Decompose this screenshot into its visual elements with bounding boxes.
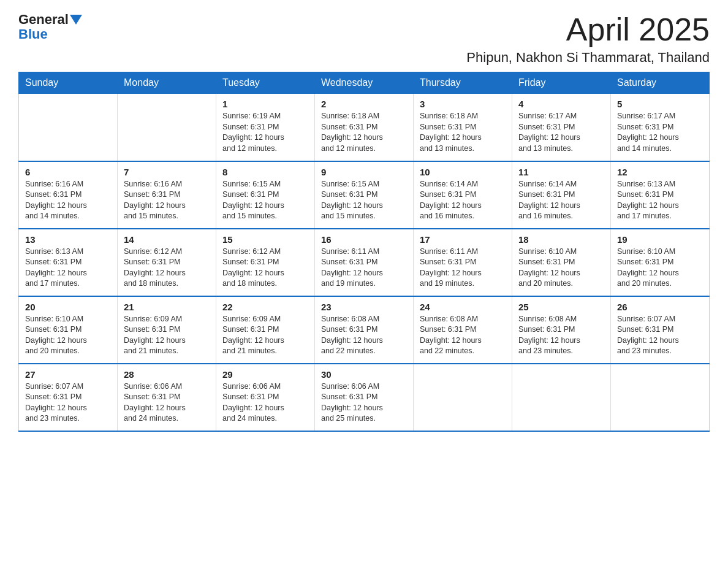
day-info: Sunrise: 6:16 AMSunset: 6:31 PMDaylight:… [124,179,210,222]
day-info: Sunrise: 6:17 AMSunset: 6:31 PMDaylight:… [617,111,703,154]
calendar-cell: 14Sunrise: 6:12 AMSunset: 6:31 PMDayligh… [118,229,216,296]
day-number: 21 [124,302,210,312]
calendar-cell: 28Sunrise: 6:06 AMSunset: 6:31 PMDayligh… [118,364,216,431]
logo-general: General [18,12,69,27]
calendar-cell: 11Sunrise: 6:14 AMSunset: 6:31 PMDayligh… [512,161,611,229]
day-info: Sunrise: 6:18 AMSunset: 6:31 PMDaylight:… [420,111,506,154]
calendar-cell: 23Sunrise: 6:08 AMSunset: 6:31 PMDayligh… [315,296,414,364]
calendar-cell [414,364,512,431]
day-number: 14 [124,234,210,245]
day-info: Sunrise: 6:10 AMSunset: 6:31 PMDaylight:… [25,314,111,357]
calendar-cell: 2Sunrise: 6:18 AMSunset: 6:31 PMDaylight… [315,94,414,161]
location-title: Phipun, Nakhon Si Thammarat, Thailand [466,50,710,66]
day-number: 17 [420,234,506,245]
weekday-header-wednesday: Wednesday [315,72,414,94]
calendar-week-row: 20Sunrise: 6:10 AMSunset: 6:31 PMDayligh… [19,296,710,364]
calendar-cell: 18Sunrise: 6:10 AMSunset: 6:31 PMDayligh… [512,229,611,296]
day-info: Sunrise: 6:06 AMSunset: 6:31 PMDaylight:… [222,381,308,424]
calendar-cell: 5Sunrise: 6:17 AMSunset: 6:31 PMDaylight… [611,94,710,161]
day-number: 3 [420,99,506,109]
day-info: Sunrise: 6:09 AMSunset: 6:31 PMDaylight:… [124,314,210,357]
day-number: 18 [518,234,604,245]
day-number: 6 [25,167,111,177]
calendar-cell: 16Sunrise: 6:11 AMSunset: 6:31 PMDayligh… [315,229,414,296]
day-number: 9 [321,167,407,177]
calendar-cell: 8Sunrise: 6:15 AMSunset: 6:31 PMDaylight… [216,161,315,229]
calendar-cell: 27Sunrise: 6:07 AMSunset: 6:31 PMDayligh… [19,364,118,431]
day-info: Sunrise: 6:12 AMSunset: 6:31 PMDaylight:… [124,247,210,289]
day-number: 16 [321,234,407,245]
day-info: Sunrise: 6:16 AMSunset: 6:31 PMDaylight:… [25,179,111,222]
month-title: April 2025 [466,12,710,47]
calendar-cell: 17Sunrise: 6:11 AMSunset: 6:31 PMDayligh… [414,229,512,296]
day-number: 19 [617,234,703,245]
calendar-week-row: 6Sunrise: 6:16 AMSunset: 6:31 PMDaylight… [19,161,710,229]
day-number: 28 [124,369,210,380]
calendar-cell: 25Sunrise: 6:08 AMSunset: 6:31 PMDayligh… [512,296,611,364]
calendar-cell [611,364,710,431]
logo: General Blue [18,12,82,42]
day-info: Sunrise: 6:14 AMSunset: 6:31 PMDaylight:… [420,179,506,222]
day-info: Sunrise: 6:10 AMSunset: 6:31 PMDaylight:… [518,247,604,289]
day-number: 15 [222,234,308,245]
calendar-cell: 9Sunrise: 6:15 AMSunset: 6:31 PMDaylight… [315,161,414,229]
day-number: 7 [124,167,210,177]
calendar-cell: 29Sunrise: 6:06 AMSunset: 6:31 PMDayligh… [216,364,315,431]
day-info: Sunrise: 6:07 AMSunset: 6:31 PMDaylight:… [25,381,111,424]
calendar-table: SundayMondayTuesdayWednesdayThursdayFrid… [18,72,710,432]
day-info: Sunrise: 6:12 AMSunset: 6:31 PMDaylight:… [222,247,308,289]
weekday-header-saturday: Saturday [611,72,710,94]
calendar-cell: 10Sunrise: 6:14 AMSunset: 6:31 PMDayligh… [414,161,512,229]
day-info: Sunrise: 6:09 AMSunset: 6:31 PMDaylight:… [222,314,308,357]
day-info: Sunrise: 6:11 AMSunset: 6:31 PMDaylight:… [321,247,407,289]
weekday-header-thursday: Thursday [414,72,512,94]
day-info: Sunrise: 6:13 AMSunset: 6:31 PMDaylight:… [617,179,703,222]
calendar-cell: 15Sunrise: 6:12 AMSunset: 6:31 PMDayligh… [216,229,315,296]
day-number: 29 [222,369,308,380]
weekday-header-tuesday: Tuesday [216,72,315,94]
calendar-cell: 7Sunrise: 6:16 AMSunset: 6:31 PMDaylight… [118,161,216,229]
day-info: Sunrise: 6:15 AMSunset: 6:31 PMDaylight:… [321,179,407,222]
title-block: April 2025 Phipun, Nakhon Si Thammarat, … [466,12,710,66]
day-info: Sunrise: 6:08 AMSunset: 6:31 PMDaylight:… [518,314,604,357]
day-number: 8 [222,167,308,177]
weekday-header-sunday: Sunday [19,72,118,94]
day-info: Sunrise: 6:06 AMSunset: 6:31 PMDaylight:… [321,381,407,424]
day-info: Sunrise: 6:08 AMSunset: 6:31 PMDaylight:… [420,314,506,357]
day-info: Sunrise: 6:10 AMSunset: 6:31 PMDaylight:… [617,247,703,289]
weekday-header-monday: Monday [118,72,216,94]
day-number: 23 [321,302,407,312]
calendar-cell [512,364,611,431]
day-number: 26 [617,302,703,312]
day-info: Sunrise: 6:14 AMSunset: 6:31 PMDaylight:… [518,179,604,222]
day-number: 11 [518,167,604,177]
day-number: 2 [321,99,407,109]
calendar-week-row: 1Sunrise: 6:19 AMSunset: 6:31 PMDaylight… [19,94,710,161]
day-number: 25 [518,302,604,312]
day-info: Sunrise: 6:15 AMSunset: 6:31 PMDaylight:… [222,179,308,222]
calendar-cell: 4Sunrise: 6:17 AMSunset: 6:31 PMDaylight… [512,94,611,161]
day-info: Sunrise: 6:18 AMSunset: 6:31 PMDaylight:… [321,111,407,154]
calendar-cell: 19Sunrise: 6:10 AMSunset: 6:31 PMDayligh… [611,229,710,296]
calendar-cell: 13Sunrise: 6:13 AMSunset: 6:31 PMDayligh… [19,229,118,296]
calendar-cell: 20Sunrise: 6:10 AMSunset: 6:31 PMDayligh… [19,296,118,364]
calendar-cell: 21Sunrise: 6:09 AMSunset: 6:31 PMDayligh… [118,296,216,364]
day-info: Sunrise: 6:13 AMSunset: 6:31 PMDaylight:… [25,247,111,289]
calendar-cell: 24Sunrise: 6:08 AMSunset: 6:31 PMDayligh… [414,296,512,364]
calendar-cell: 12Sunrise: 6:13 AMSunset: 6:31 PMDayligh… [611,161,710,229]
calendar-cell: 22Sunrise: 6:09 AMSunset: 6:31 PMDayligh… [216,296,315,364]
day-number: 12 [617,167,703,177]
calendar-cell: 6Sunrise: 6:16 AMSunset: 6:31 PMDaylight… [19,161,118,229]
calendar-cell: 30Sunrise: 6:06 AMSunset: 6:31 PMDayligh… [315,364,414,431]
weekday-header-row: SundayMondayTuesdayWednesdayThursdayFrid… [19,72,710,94]
day-number: 30 [321,369,407,380]
calendar-cell [19,94,118,161]
day-number: 10 [420,167,506,177]
day-number: 20 [25,302,111,312]
day-number: 4 [518,99,604,109]
calendar-cell: 1Sunrise: 6:19 AMSunset: 6:31 PMDaylight… [216,94,315,161]
calendar-week-row: 13Sunrise: 6:13 AMSunset: 6:31 PMDayligh… [19,229,710,296]
day-info: Sunrise: 6:17 AMSunset: 6:31 PMDaylight:… [518,111,604,154]
day-info: Sunrise: 6:06 AMSunset: 6:31 PMDaylight:… [124,381,210,424]
header: General Blue April 2025 Phipun, Nakhon S… [18,12,710,66]
